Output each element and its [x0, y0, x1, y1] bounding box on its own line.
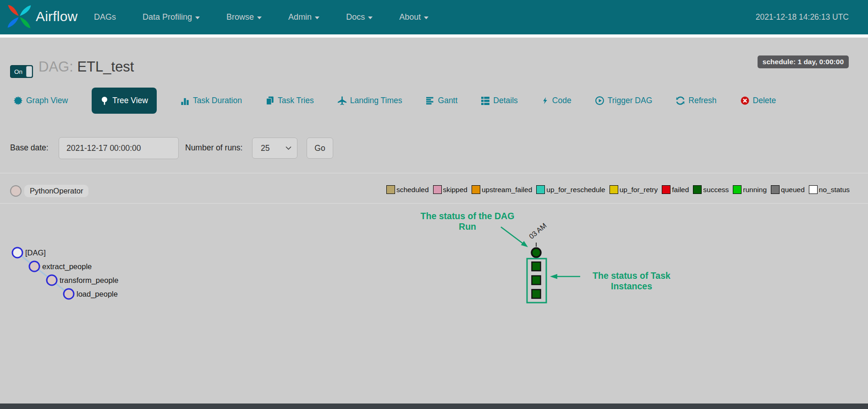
nav-item-label: About	[399, 12, 421, 22]
base-date-input[interactable]	[59, 137, 179, 159]
airflow-tree-view-page: Airflow DAGs Data Profiling Browse Admin…	[0, 0, 868, 409]
tab-task-tries[interactable]: Task Tries	[266, 88, 314, 114]
task-duration-icon	[181, 96, 189, 105]
divider	[0, 203, 868, 204]
nav-item-label: Data Profiling	[143, 12, 192, 22]
tab-label: Code	[552, 96, 571, 105]
dag-prefix: DAG:	[38, 59, 73, 75]
top-navbar: Airflow DAGs Data Profiling Browse Admin…	[0, 0, 868, 38]
tab-task-duration[interactable]: Task Duration	[181, 88, 242, 114]
graph-view-icon	[14, 96, 22, 105]
airflow-logo-icon	[6, 4, 32, 29]
num-runs-label: Number of runs:	[185, 137, 242, 159]
status-swatch	[433, 185, 442, 194]
status-legend: scheduled skipped upstream_failed up_for…	[386, 185, 850, 194]
task-instance-transform-people[interactable]	[532, 276, 541, 285]
delete-icon	[741, 96, 749, 105]
tab-gantt[interactable]: Gantt	[426, 88, 458, 114]
tab-tree-view[interactable]: Tree View	[92, 88, 157, 114]
caret-down-icon	[424, 17, 429, 19]
status-key-up-for-reschedule: up_for_reschedule	[536, 185, 605, 194]
status-swatch	[693, 185, 702, 194]
nav-item-browse[interactable]: Browse	[226, 12, 262, 22]
tab-label: Delete	[753, 96, 776, 105]
tree-node-transform-people[interactable]	[47, 275, 57, 285]
nav-item-dags[interactable]: DAGs	[94, 12, 116, 22]
run-time-label: 03 AM	[527, 221, 548, 240]
status-swatch	[386, 185, 395, 194]
tree-node-extract-people[interactable]	[29, 261, 39, 271]
tab-landing-times[interactable]: Landing Times	[338, 88, 402, 114]
nav-item-docs[interactable]: Docs	[346, 12, 373, 22]
toggle-on-label: On	[11, 68, 26, 75]
caret-down-icon	[195, 17, 200, 19]
task-instance-extract-people[interactable]	[532, 262, 541, 271]
num-runs-value: 25	[261, 144, 269, 153]
status-swatch	[771, 185, 780, 194]
nav-item-label: DAGs	[94, 12, 116, 22]
task-instances-annotation-arrowhead	[550, 274, 557, 279]
nav-item-data-profiling[interactable]: Data Profiling	[143, 12, 200, 22]
task-instance-load-people[interactable]	[532, 290, 541, 298]
dag-run-status-circle[interactable]	[532, 248, 541, 257]
status-label: up_for_retry	[620, 186, 658, 194]
go-button[interactable]: Go	[307, 138, 333, 159]
node-label-dag[interactable]: [DAG]	[25, 249, 46, 257]
tab-label: Graph View	[26, 96, 68, 105]
tab-delete[interactable]: Delete	[741, 88, 776, 114]
tab-code[interactable]: Code	[542, 88, 571, 114]
nav-item-label: Browse	[226, 12, 254, 22]
tab-trigger-dag[interactable]: Trigger DAG	[595, 88, 653, 114]
tree-links	[17, 253, 69, 294]
nav-item-about[interactable]: About	[399, 12, 429, 22]
status-label: queued	[781, 186, 805, 194]
divider	[0, 173, 868, 173]
tab-details[interactable]: Details	[481, 88, 518, 114]
dag-run-annotation-arrowhead	[521, 241, 528, 247]
view-tabs: Graph View Tree View Task Duration Task …	[14, 88, 776, 114]
tab-graph-view[interactable]: Graph View	[14, 88, 68, 114]
tree-node-load-people[interactable]	[64, 289, 74, 299]
operator-legend-label: PythonOperator	[24, 185, 88, 197]
nav-item-admin[interactable]: Admin	[288, 12, 319, 22]
tab-refresh[interactable]: Refresh	[676, 88, 716, 114]
nav-item-label: Docs	[346, 12, 365, 22]
status-label: failed	[672, 186, 689, 194]
tree-node-dag[interactable]	[12, 248, 22, 258]
status-label: up_for_reschedule	[546, 186, 605, 194]
tab-label: Refresh	[688, 96, 716, 105]
brand-name: Airflow	[36, 9, 77, 24]
status-swatch	[472, 185, 480, 194]
status-key-running: running	[733, 185, 767, 194]
status-label: no_status	[819, 186, 850, 194]
base-date-label: Base date:	[10, 137, 49, 159]
gantt-icon	[426, 97, 434, 105]
status-label: scheduled	[396, 186, 429, 194]
status-swatch	[662, 185, 670, 194]
schedule-badge: schedule: 1 day, 0:00:00	[758, 55, 849, 68]
dag-pause-toggle[interactable]: On	[10, 65, 33, 78]
tab-label: Landing Times	[350, 96, 402, 105]
node-label-transform-people[interactable]: transform_people	[60, 276, 118, 285]
tab-label: Gantt	[438, 96, 458, 105]
tree-view-icon	[100, 96, 109, 105]
operator-legend-swatch	[10, 185, 22, 197]
node-label-load-people[interactable]: load_people	[77, 290, 118, 298]
num-runs-select[interactable]: 25	[252, 138, 297, 159]
brand[interactable]: Airflow	[6, 4, 77, 29]
refresh-icon	[676, 96, 685, 105]
chevron-down-icon	[286, 146, 291, 150]
status-label: running	[743, 186, 767, 194]
tab-label: Task Tries	[278, 96, 314, 105]
nav-menu: DAGs Data Profiling Browse Admin Docs Ab…	[94, 0, 429, 34]
status-key-up-for-retry: up_for_retry	[610, 185, 658, 194]
status-key-scheduled: scheduled	[386, 185, 429, 194]
status-label: success	[703, 186, 729, 194]
task-instances-annotation: The status of Task Instances	[583, 271, 680, 292]
page-title: DAG: ETL_test	[38, 59, 134, 75]
caret-down-icon	[315, 17, 319, 19]
node-label-extract-people[interactable]: extract_people	[42, 262, 92, 271]
status-key-queued: queued	[771, 185, 805, 194]
status-key-success: success	[693, 185, 729, 194]
status-swatch	[733, 185, 742, 194]
